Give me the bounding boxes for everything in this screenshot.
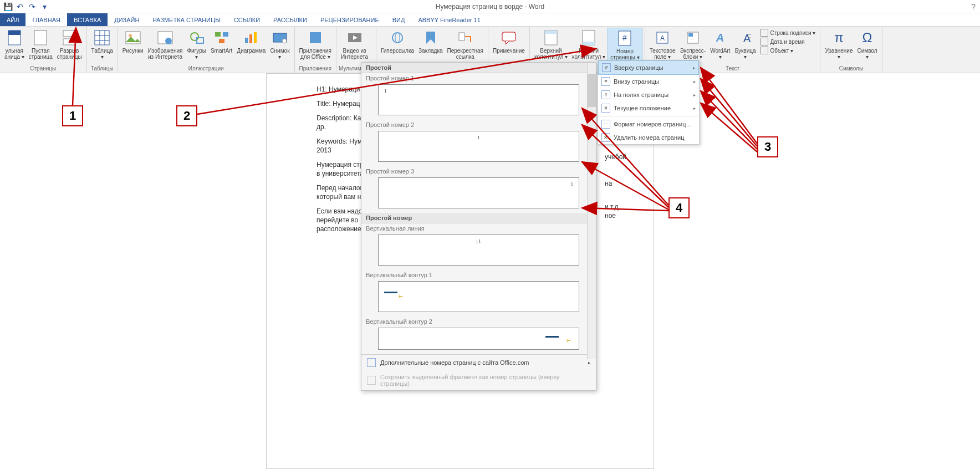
wordart-button[interactable]: AWordArt▾	[708, 28, 733, 61]
callout-4: 4	[668, 197, 690, 218]
svg-point-23	[282, 39, 287, 43]
smartart-button[interactable]: SmartArt	[208, 28, 234, 55]
callout-2: 2	[176, 105, 197, 126]
svg-point-13	[165, 38, 172, 44]
gallery-save-selection: Сохранить выделенный фрагмент как номер …	[361, 370, 596, 390]
gallery-item[interactable]: 1	[378, 131, 579, 162]
menu-bottom-of-page[interactable]: #Внизу страницы▸	[598, 75, 699, 88]
tab-insert[interactable]: ВСТАВКА	[67, 13, 108, 26]
screenshot-button[interactable]: Снимок▾	[268, 28, 292, 61]
bookmark-button[interactable]: Закладка	[416, 28, 445, 55]
gallery-header: Простой	[361, 63, 596, 73]
online-video-button[interactable]: Видео изИнтернета	[339, 28, 370, 61]
tab-review[interactable]: РЕЦЕНЗИРОВАНИЕ	[314, 13, 386, 26]
tab-view[interactable]: ВИД	[386, 13, 412, 26]
tab-design[interactable]: ДИЗАЙН	[108, 13, 146, 26]
tab-abbyy[interactable]: ABBYY FineReader 11	[411, 13, 487, 26]
svg-rect-33	[583, 42, 595, 45]
tab-file[interactable]: АЙЛ	[0, 13, 25, 26]
menu-current-position[interactable]: #Текущее положение▸	[598, 101, 699, 115]
page-number-button[interactable]: #Номерстраницы ▾	[608, 28, 642, 62]
quick-parts-button[interactable]: Экспресс-блоки ▾	[678, 28, 708, 61]
shapes-button[interactable]: Фигуры▾	[185, 28, 208, 61]
tab-home[interactable]: ГЛАВНАЯ	[25, 13, 67, 26]
page-number-submenu: #Вверху страницы▸ #Внизу страницы▸ #На п…	[598, 60, 700, 145]
gallery-item[interactable]: ⊢	[378, 328, 579, 350]
undo-icon[interactable]: ↶	[14, 1, 25, 12]
footer-button[interactable]: Нижнийколонтитул ▾	[570, 28, 608, 61]
svg-text:#: #	[622, 33, 627, 42]
help-icon[interactable]: ?	[971, 2, 976, 11]
office-apps-button[interactable]: Приложениядля Office ▾	[297, 28, 334, 61]
svg-point-27	[395, 33, 400, 43]
symbol-button[interactable]: ΩСимвол▾	[855, 28, 879, 61]
svg-rect-1	[8, 30, 21, 35]
svg-rect-28	[459, 33, 465, 40]
svg-rect-21	[254, 32, 257, 43]
header-button[interactable]: Верхнийколонтитул ▾	[532, 28, 570, 61]
gallery-item-label: Простой номер 1	[361, 73, 596, 83]
gallery-more-online[interactable]: Дополнительные номера страниц с сайта Of…	[361, 355, 596, 370]
svg-rect-17	[223, 32, 228, 37]
cross-reference-button[interactable]: Перекрестнаяссылка	[445, 28, 486, 61]
date-time-button[interactable]: Дата и время	[760, 38, 816, 45]
group-symbols: πУравнение▾ ΩСимвол▾ Символы	[820, 27, 882, 73]
save-icon[interactable]: 💾	[2, 1, 13, 12]
page-number-gallery: Простой Простой номер 1 1 Простой номер …	[361, 62, 596, 391]
menu-top-of-page[interactable]: #Вверху страницы▸	[598, 60, 699, 75]
svg-rect-4	[63, 39, 75, 45]
gallery-item[interactable]: 1	[378, 177, 579, 208]
group-apps: Приложениядля Office ▾ Приложения	[295, 27, 337, 73]
gallery-item[interactable]: | 1	[378, 234, 579, 266]
svg-rect-5	[95, 30, 109, 45]
comment-button[interactable]: Примечание	[491, 28, 527, 55]
cover-page-button[interactable]: ульнаяаница ▾	[2, 28, 27, 61]
hyperlink-button[interactable]: Гиперссылка	[379, 28, 416, 55]
equation-button[interactable]: πУравнение▾	[823, 28, 855, 61]
tab-references[interactable]: ССЫЛКИ	[227, 13, 267, 26]
menu-page-margins[interactable]: #На полях страницы▸	[598, 88, 699, 101]
group-pages: ульнаяаница ▾ Пустаястраница Разрывстран…	[0, 27, 87, 73]
svg-rect-20	[249, 34, 252, 43]
textbox-button[interactable]: AТекстовоеполе ▾	[647, 28, 678, 61]
svg-rect-16	[215, 32, 221, 37]
online-pictures-button[interactable]: Изображенияиз Интернета	[146, 28, 185, 61]
chart-button[interactable]: Диаграмма	[234, 28, 268, 55]
table-button[interactable]: Таблица▾	[89, 28, 115, 61]
gallery-item[interactable]: ⊢	[378, 281, 579, 312]
page-break-button[interactable]: Разрывстраницы	[55, 28, 84, 61]
signature-line-button[interactable]: Строка подписи ▾	[760, 29, 816, 37]
window-title: Нумерация страниц в ворде - Word	[436, 3, 544, 11]
gallery-scrollbar[interactable]	[587, 63, 596, 359]
tab-mailings[interactable]: РАССЫЛКИ	[267, 13, 314, 26]
tab-layout[interactable]: РАЗМЕТКА СТРАНИЦЫ	[146, 13, 227, 26]
group-illustrations: Рисунки Изображенияиз Интернета Фигуры▾ …	[118, 27, 295, 73]
svg-rect-19	[245, 38, 248, 43]
object-button[interactable]: Объект ▾	[760, 47, 816, 54]
svg-rect-31	[545, 30, 557, 34]
svg-point-26	[392, 33, 402, 43]
svg-rect-2	[34, 30, 47, 45]
callout-3: 3	[757, 136, 778, 157]
ribbon-tabs: АЙЛ ГЛАВНАЯ ВСТАВКА ДИЗАЙН РАЗМЕТКА СТРА…	[0, 13, 980, 27]
blank-page-button[interactable]: Пустаястраница	[27, 28, 55, 61]
svg-rect-24	[310, 32, 321, 43]
group-tables: Таблица▾ Таблицы	[87, 27, 118, 73]
menu-remove-page-numbers[interactable]: ✕Удалить номера страниц	[598, 131, 699, 144]
svg-rect-3	[63, 30, 75, 37]
svg-text:A: A	[716, 32, 724, 44]
callout-1: 1	[62, 105, 83, 126]
dropcap-button[interactable]: AБуквица▾	[733, 28, 758, 61]
group-label: Страницы	[2, 64, 84, 73]
svg-rect-29	[502, 32, 515, 41]
qat-customize-icon[interactable]: ▾	[39, 1, 50, 12]
svg-rect-39	[688, 33, 693, 37]
menu-format-page-numbers[interactable]: ⋯Формат номеров страниц…	[598, 118, 699, 131]
redo-icon[interactable]: ↷	[27, 1, 38, 12]
svg-point-11	[129, 34, 132, 37]
quick-access-toolbar: 💾 ↶ ↷ ▾ Нумерация страниц в ворде - Word…	[0, 0, 980, 13]
gallery-item[interactable]: 1	[378, 84, 579, 115]
pictures-button[interactable]: Рисунки	[120, 28, 146, 55]
svg-text:A: A	[743, 32, 751, 44]
svg-rect-18	[219, 39, 224, 43]
